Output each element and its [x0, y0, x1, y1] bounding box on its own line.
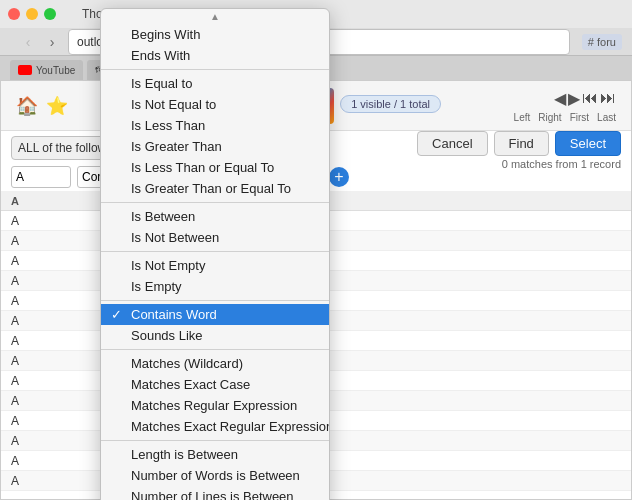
- dropdown-overlay: ▲ Begins With Ends With Is Equal to Is N…: [0, 0, 632, 500]
- menu-item-between[interactable]: Is Between: [101, 206, 329, 227]
- menu-divider: [101, 300, 329, 301]
- menu-item-contains-word[interactable]: Contains Word: [101, 304, 329, 325]
- menu-item-not-between[interactable]: Is Not Between: [101, 227, 329, 248]
- menu-item-equal[interactable]: Is Equal to: [101, 73, 329, 94]
- menu-item-regex[interactable]: Matches Regular Expression: [101, 395, 329, 416]
- menu-item-wildcard[interactable]: Matches (Wildcard): [101, 353, 329, 374]
- menu-item-greater-than[interactable]: Is Greater Than: [101, 136, 329, 157]
- menu-item-not-empty[interactable]: Is Not Empty: [101, 255, 329, 276]
- menu-item-lines-between[interactable]: Number of Lines is Between: [101, 486, 329, 500]
- menu-item-words-between[interactable]: Number of Words is Between: [101, 465, 329, 486]
- menu-divider: [101, 440, 329, 441]
- dropdown-arrow-up-icon: ▲: [101, 9, 329, 24]
- menu-item-less-than[interactable]: Is Less Than: [101, 115, 329, 136]
- menu-item-not-equal[interactable]: Is Not Equal to: [101, 94, 329, 115]
- menu-item-exact-regex[interactable]: Matches Exact Regular Expression: [101, 416, 329, 437]
- menu-divider: [101, 251, 329, 252]
- menu-item-begins-with[interactable]: Begins With: [101, 24, 329, 45]
- menu-item-greater-equal[interactable]: Is Greater Than or Equal To: [101, 178, 329, 199]
- menu-divider: [101, 349, 329, 350]
- menu-divider: [101, 69, 329, 70]
- menu-item-empty[interactable]: Is Empty: [101, 276, 329, 297]
- menu-item-length-between[interactable]: Length is Between: [101, 444, 329, 465]
- dropdown-menu: ▲ Begins With Ends With Is Equal to Is N…: [100, 8, 330, 500]
- menu-item-less-equal[interactable]: Is Less Than or Equal To: [101, 157, 329, 178]
- menu-item-exact-case[interactable]: Matches Exact Case: [101, 374, 329, 395]
- menu-item-sounds-like[interactable]: Sounds Like: [101, 325, 329, 346]
- menu-divider: [101, 202, 329, 203]
- menu-item-ends-with[interactable]: Ends With: [101, 45, 329, 66]
